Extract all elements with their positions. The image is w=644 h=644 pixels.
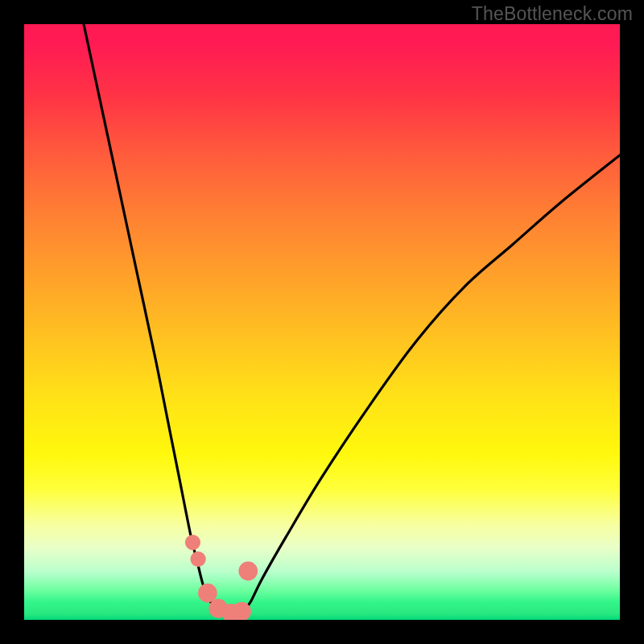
watermark-text: TheBottleneck.com bbox=[472, 3, 633, 25]
marker-point bbox=[238, 561, 258, 580]
marker-group bbox=[185, 535, 258, 620]
marker-point bbox=[190, 551, 205, 567]
curve-layer bbox=[24, 24, 620, 620]
marker-point bbox=[185, 535, 200, 550]
bottleneck-curve bbox=[84, 24, 620, 614]
chart-frame: TheBottleneck.com bbox=[0, 0, 644, 644]
marker-point bbox=[198, 584, 217, 603]
plot-area bbox=[24, 24, 620, 620]
